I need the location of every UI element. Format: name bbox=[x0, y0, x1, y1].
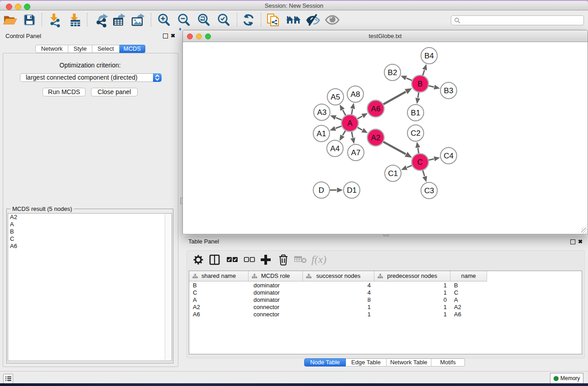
svg-text:A6: A6 bbox=[371, 105, 381, 113]
svg-text:A1: A1 bbox=[317, 129, 326, 138]
svg-text:A3: A3 bbox=[317, 108, 327, 117]
svg-text:C: C bbox=[417, 158, 423, 167]
svg-text:A5: A5 bbox=[331, 93, 340, 101]
svg-text:D1: D1 bbox=[347, 186, 357, 195]
svg-text:A8: A8 bbox=[351, 90, 360, 99]
svg-text:A: A bbox=[347, 119, 353, 128]
svg-text:B: B bbox=[417, 80, 422, 88]
svg-text:B2: B2 bbox=[388, 68, 397, 77]
svg-text:A4: A4 bbox=[330, 144, 340, 153]
svg-text:B4: B4 bbox=[425, 52, 434, 60]
svg-text:A2: A2 bbox=[371, 133, 381, 142]
svg-text:C2: C2 bbox=[411, 129, 421, 138]
svg-text:B3: B3 bbox=[444, 86, 454, 95]
svg-text:C3: C3 bbox=[424, 186, 434, 195]
svg-text:B1: B1 bbox=[411, 109, 421, 117]
svg-text:A7: A7 bbox=[351, 148, 361, 157]
svg-text:D: D bbox=[319, 186, 324, 195]
svg-text:C1: C1 bbox=[388, 169, 398, 178]
svg-text:C4: C4 bbox=[444, 152, 454, 160]
